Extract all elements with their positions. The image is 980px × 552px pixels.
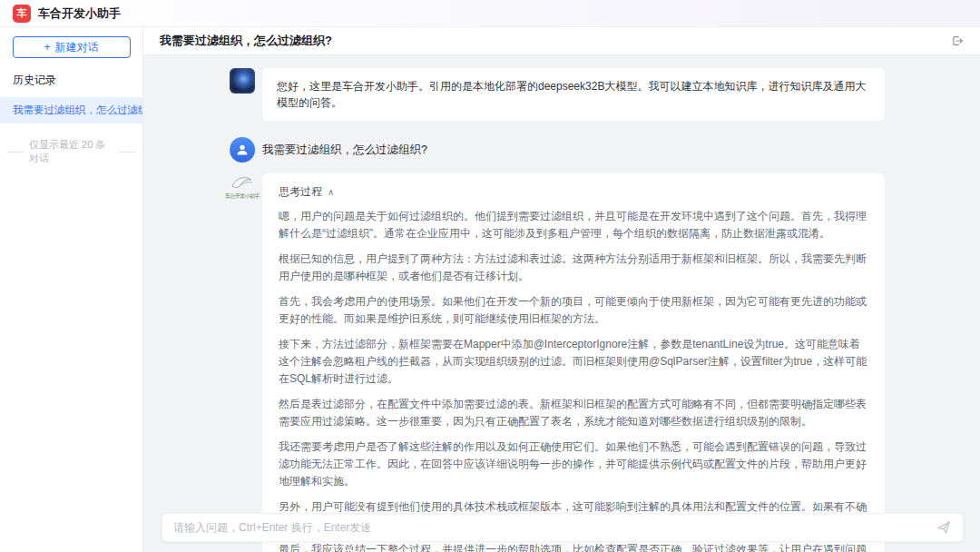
send-icon[interactable] [936, 519, 952, 536]
history-limit-note: 仅显示最近 20 条对话 [0, 138, 142, 165]
plus-icon: + [44, 41, 50, 54]
app-logo-char: 车 [17, 6, 27, 20]
new-chat-button[interactable]: + 新建对话 [13, 36, 131, 58]
user-question-text: 我需要过滤组织，怎么过滤组织? [262, 143, 427, 158]
conversation-header: 我需要过滤组织，怎么过滤组织? [143, 27, 980, 55]
thinking-paragraph: 接下来，方法过滤部分，新框架需要在Mapper中添加@InterceptorIg… [279, 336, 868, 388]
chevron-up-icon: ∧ [328, 187, 334, 197]
assistant-answer-row: 车合开发小助手 思考过程 ∧ 嗯，用户的问题是关于如何过滤组织的。他们提到需要过… [230, 173, 885, 552]
assistant-message-row: 您好，这里是车合开发小助手。引用的是本地化部署的deepseek32B大模型。我… [230, 68, 885, 121]
assistant-brand-avatar: 车合开发小助手 [230, 173, 255, 206]
avatar-brand-label: 车合开发小助手 [225, 193, 260, 199]
history-limit-text: 仅显示最近 20 条对话 [29, 138, 113, 165]
thinking-paragraph: 根据已知的信息，用户提到了两种方法：方法过滤和表过滤。这两种方法分别适用于新框架… [279, 251, 868, 285]
thinking-paragraph: 我还需要考虑用户是否了解这些注解的作用以及如何正确使用它们。如果他们不熟悉，可能… [279, 439, 868, 490]
user-avatar [230, 137, 255, 163]
thinking-paragraph: 嗯，用户的问题是关于如何过滤组织的。他们提到需要过滤组织，并且可能是在开发环境中… [279, 208, 868, 242]
chat-main: 我需要过滤组织，怎么过滤组织? 您好，这里是车合开发小助手。引用的是本地化部署的… [143, 27, 980, 552]
sidebar-item-conversation[interactable]: 我需要过滤组织，怎么过滤组织? [0, 97, 142, 123]
divider-line [7, 152, 24, 153]
message-list[interactable]: 您好，这里是车合开发小助手。引用的是本地化部署的deepseek32B大模型。我… [143, 55, 980, 552]
thinking-paragraph: 首先，我会考虑用户的使用场景。如果他们在开发一个新的项目，可能更倾向于使用新框架… [279, 293, 868, 328]
thinking-toggle[interactable]: 思考过程 ∧ [279, 184, 868, 200]
message-input[interactable] [173, 521, 936, 534]
thinking-paragraph: 最后，我应该总结一下整个过程，并提供进一步的帮助选项，比如检查配置是否正确、验证… [279, 541, 868, 552]
thinking-toggle-label: 思考过程 [279, 184, 322, 200]
divider-line [119, 152, 135, 153]
sidebar: + 新建对话 历史记录 我需要过滤组织，怎么过滤组织? 仅显示最近 20 条对话 [0, 27, 143, 552]
app-title: 车合开发小助手 [38, 5, 121, 22]
thinking-paragraph: 然后是表过滤部分，在配置文件中添加需要过滤的表。新框架和旧框架的配置方式可能略有… [279, 396, 868, 430]
assistant-greeting-bubble: 您好，这里是车合开发小助手。引用的是本地化部署的deepseek32B大模型。我… [262, 68, 885, 121]
assistant-avatar [230, 68, 255, 94]
history-section-label: 历史记录 [0, 58, 142, 97]
new-chat-label: 新建对话 [55, 40, 99, 55]
assistant-answer-bubble: 思考过程 ∧ 嗯，用户的问题是关于如何过滤组织的。他们提到需要过滤组织，并且可能… [262, 173, 885, 552]
top-bar: 车 车合开发小助手 [0, 0, 980, 27]
conversation-title: 我需要过滤组织，怎么过滤组织? [160, 33, 332, 49]
bird-sketch-icon [230, 173, 255, 193]
user-message-row: 我需要过滤组织，怎么过滤组织? [230, 137, 885, 163]
greeting-text: 您好，这里是车合开发小助手。引用的是本地化部署的deepseek32B大模型。我… [277, 80, 866, 109]
app-window: 车 车合开发小助手 + 新建对话 历史记录 我需要过滤组织，怎么过滤组织? 仅显… [0, 0, 980, 552]
composer-bar [162, 513, 964, 542]
app-logo: 车 [13, 5, 31, 23]
export-icon[interactable] [949, 33, 965, 49]
thinking-content: 嗯，用户的问题是关于如何过滤组织的。他们提到需要过滤组织，并且可能是在开发环境中… [279, 208, 868, 552]
